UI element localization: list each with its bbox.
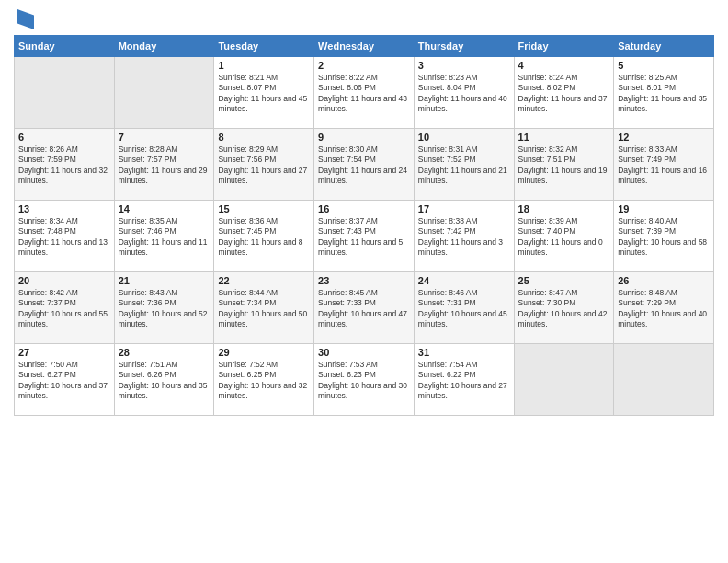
day-number: 15 xyxy=(218,203,310,214)
calendar-cell: 23Sunrise: 8:45 AM Sunset: 7:33 PM Dayli… xyxy=(314,272,415,344)
day-number: 13 xyxy=(18,203,110,214)
calendar-week-row: 20Sunrise: 8:42 AM Sunset: 7:37 PM Dayli… xyxy=(15,272,714,344)
day-number: 22 xyxy=(218,275,310,286)
day-info: Sunrise: 8:21 AM Sunset: 8:07 PM Dayligh… xyxy=(218,73,310,115)
day-number: 24 xyxy=(418,275,510,286)
calendar-cell: 9Sunrise: 8:30 AM Sunset: 7:54 PM Daylig… xyxy=(314,129,415,201)
calendar-week-row: 13Sunrise: 8:34 AM Sunset: 7:48 PM Dayli… xyxy=(15,201,714,272)
day-info: Sunrise: 8:22 AM Sunset: 8:06 PM Dayligh… xyxy=(318,73,410,115)
day-number: 9 xyxy=(318,132,410,143)
day-number: 25 xyxy=(518,275,610,286)
day-number: 18 xyxy=(518,203,610,214)
calendar-cell: 18Sunrise: 8:39 AM Sunset: 7:40 PM Dayli… xyxy=(514,201,614,272)
calendar-cell: 16Sunrise: 8:37 AM Sunset: 7:43 PM Dayli… xyxy=(314,201,415,272)
weekday-header: Saturday xyxy=(614,36,714,57)
day-info: Sunrise: 7:54 AM Sunset: 6:22 PM Dayligh… xyxy=(418,360,510,402)
day-number: 17 xyxy=(418,203,510,214)
calendar-cell: 12Sunrise: 8:33 AM Sunset: 7:49 PM Dayli… xyxy=(614,129,714,201)
day-number: 7 xyxy=(119,132,210,143)
header xyxy=(14,9,714,29)
day-number: 27 xyxy=(18,347,110,358)
calendar-cell: 14Sunrise: 8:35 AM Sunset: 7:46 PM Dayli… xyxy=(114,201,214,272)
calendar-cell xyxy=(614,344,714,416)
day-number: 30 xyxy=(318,347,410,358)
calendar-cell: 29Sunrise: 7:52 AM Sunset: 6:25 PM Dayli… xyxy=(214,344,314,416)
day-number: 23 xyxy=(318,275,410,286)
calendar-table: SundayMondayTuesdayWednesdayThursdayFrid… xyxy=(14,35,714,416)
day-info: Sunrise: 7:50 AM Sunset: 6:27 PM Dayligh… xyxy=(18,360,110,402)
calendar-cell: 24Sunrise: 8:46 AM Sunset: 7:31 PM Dayli… xyxy=(414,272,514,344)
day-number: 12 xyxy=(618,132,710,143)
day-number: 21 xyxy=(119,275,210,286)
day-number: 1 xyxy=(218,60,310,71)
calendar-cell: 6Sunrise: 8:26 AM Sunset: 7:59 PM Daylig… xyxy=(15,129,115,201)
calendar-week-row: 1Sunrise: 8:21 AM Sunset: 8:07 PM Daylig… xyxy=(15,57,714,129)
calendar-cell: 17Sunrise: 8:38 AM Sunset: 7:42 PM Dayli… xyxy=(414,201,514,272)
calendar-cell: 26Sunrise: 8:48 AM Sunset: 7:29 PM Dayli… xyxy=(614,272,714,344)
day-info: Sunrise: 8:33 AM Sunset: 7:49 PM Dayligh… xyxy=(618,144,710,187)
day-number: 2 xyxy=(318,60,410,71)
day-info: Sunrise: 8:38 AM Sunset: 7:42 PM Dayligh… xyxy=(418,216,510,259)
day-number: 29 xyxy=(218,347,310,358)
calendar-header: SundayMondayTuesdayWednesdayThursdayFrid… xyxy=(15,36,714,57)
day-info: Sunrise: 8:36 AM Sunset: 7:45 PM Dayligh… xyxy=(218,216,310,259)
day-info: Sunrise: 8:40 AM Sunset: 7:39 PM Dayligh… xyxy=(618,216,710,259)
calendar-cell: 3Sunrise: 8:23 AM Sunset: 8:04 PM Daylig… xyxy=(414,57,514,129)
day-info: Sunrise: 8:31 AM Sunset: 7:52 PM Dayligh… xyxy=(418,144,510,187)
day-info: Sunrise: 8:32 AM Sunset: 7:51 PM Dayligh… xyxy=(518,144,610,187)
day-info: Sunrise: 8:43 AM Sunset: 7:36 PM Dayligh… xyxy=(119,288,210,330)
weekday-header: Monday xyxy=(114,36,214,57)
calendar-cell: 31Sunrise: 7:54 AM Sunset: 6:22 PM Dayli… xyxy=(414,344,514,416)
weekday-header: Sunday xyxy=(15,36,115,57)
day-info: Sunrise: 8:30 AM Sunset: 7:54 PM Dayligh… xyxy=(318,144,410,187)
day-info: Sunrise: 8:42 AM Sunset: 7:37 PM Dayligh… xyxy=(18,288,110,330)
calendar-cell: 11Sunrise: 8:32 AM Sunset: 7:51 PM Dayli… xyxy=(514,129,614,201)
day-info: Sunrise: 8:39 AM Sunset: 7:40 PM Dayligh… xyxy=(518,216,610,259)
calendar-cell: 25Sunrise: 8:47 AM Sunset: 7:30 PM Dayli… xyxy=(514,272,614,344)
day-number: 31 xyxy=(418,347,510,358)
header-row: SundayMondayTuesdayWednesdayThursdayFrid… xyxy=(15,36,714,57)
day-info: Sunrise: 8:45 AM Sunset: 7:33 PM Dayligh… xyxy=(318,288,410,330)
day-number: 16 xyxy=(318,203,410,214)
day-number: 8 xyxy=(218,132,310,143)
calendar-cell: 15Sunrise: 8:36 AM Sunset: 7:45 PM Dayli… xyxy=(214,201,314,272)
day-number: 3 xyxy=(418,60,510,71)
day-info: Sunrise: 7:51 AM Sunset: 6:26 PM Dayligh… xyxy=(119,360,210,402)
day-info: Sunrise: 7:53 AM Sunset: 6:23 PM Dayligh… xyxy=(318,360,410,402)
calendar-cell: 7Sunrise: 8:28 AM Sunset: 7:57 PM Daylig… xyxy=(114,129,214,201)
page: SundayMondayTuesdayWednesdayThursdayFrid… xyxy=(0,0,728,563)
day-info: Sunrise: 8:25 AM Sunset: 8:01 PM Dayligh… xyxy=(618,73,710,115)
calendar-cell: 10Sunrise: 8:31 AM Sunset: 7:52 PM Dayli… xyxy=(414,129,514,201)
calendar-cell xyxy=(15,57,115,129)
day-info: Sunrise: 8:37 AM Sunset: 7:43 PM Dayligh… xyxy=(318,216,410,259)
day-info: Sunrise: 8:26 AM Sunset: 7:59 PM Dayligh… xyxy=(18,144,110,187)
day-number: 19 xyxy=(618,203,710,214)
day-number: 10 xyxy=(418,132,510,143)
day-info: Sunrise: 8:46 AM Sunset: 7:31 PM Dayligh… xyxy=(418,288,510,330)
day-number: 6 xyxy=(18,132,110,143)
calendar-body: 1Sunrise: 8:21 AM Sunset: 8:07 PM Daylig… xyxy=(15,57,714,416)
day-number: 28 xyxy=(119,347,210,358)
day-number: 11 xyxy=(518,132,610,143)
day-info: Sunrise: 8:29 AM Sunset: 7:56 PM Dayligh… xyxy=(218,144,310,187)
day-info: Sunrise: 8:47 AM Sunset: 7:30 PM Dayligh… xyxy=(518,288,610,330)
day-info: Sunrise: 8:35 AM Sunset: 7:46 PM Dayligh… xyxy=(119,216,210,259)
logo xyxy=(14,9,34,29)
calendar-cell: 30Sunrise: 7:53 AM Sunset: 6:23 PM Dayli… xyxy=(314,344,415,416)
calendar-cell: 21Sunrise: 8:43 AM Sunset: 7:36 PM Dayli… xyxy=(114,272,214,344)
calendar-cell: 20Sunrise: 8:42 AM Sunset: 7:37 PM Dayli… xyxy=(15,272,115,344)
day-info: Sunrise: 8:24 AM Sunset: 8:02 PM Dayligh… xyxy=(518,73,610,115)
weekday-header: Friday xyxy=(514,36,614,57)
day-number: 14 xyxy=(119,203,210,214)
calendar-cell: 27Sunrise: 7:50 AM Sunset: 6:27 PM Dayli… xyxy=(15,344,115,416)
calendar-cell xyxy=(114,57,214,129)
calendar-week-row: 6Sunrise: 8:26 AM Sunset: 7:59 PM Daylig… xyxy=(15,129,714,201)
weekday-header: Thursday xyxy=(414,36,514,57)
weekday-header: Tuesday xyxy=(214,36,314,57)
day-number: 20 xyxy=(18,275,110,286)
day-number: 4 xyxy=(518,60,610,71)
calendar-cell: 28Sunrise: 7:51 AM Sunset: 6:26 PM Dayli… xyxy=(114,344,214,416)
day-number: 26 xyxy=(618,275,710,286)
day-info: Sunrise: 8:28 AM Sunset: 7:57 PM Dayligh… xyxy=(119,144,210,187)
calendar-cell: 1Sunrise: 8:21 AM Sunset: 8:07 PM Daylig… xyxy=(214,57,314,129)
